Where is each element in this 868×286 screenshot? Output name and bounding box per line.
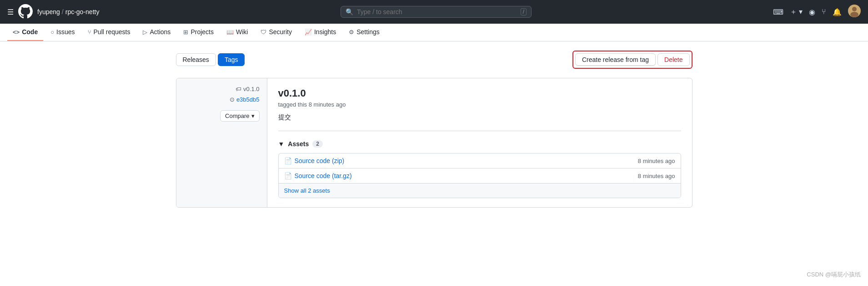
release-description: 提交	[278, 113, 681, 131]
source-zip-time: 8 minutes ago	[638, 158, 675, 164]
terminal-icon[interactable]: ⌨	[773, 8, 783, 16]
source-zip-label: Source code (zip)	[295, 157, 345, 164]
github-logo	[18, 4, 33, 20]
assets-count-badge: 2	[312, 140, 323, 148]
create-release-button[interactable]: Create release from tag	[575, 53, 656, 66]
table-row: 📄 Source code (zip) 8 minutes ago	[279, 153, 681, 169]
tab-releases[interactable]: Releases	[176, 53, 216, 66]
source-zip-link[interactable]: 📄 Source code (zip)	[284, 157, 345, 164]
topbar-search-area: 🔍 /	[105, 6, 767, 18]
commit-label-row: ⊙ e3b5db5	[184, 96, 260, 103]
nav-code[interactable]: <> Code	[7, 24, 43, 41]
svg-point-1	[850, 12, 858, 17]
wiki-icon: 📖	[226, 29, 234, 36]
release-meta: tagged this 8 minutes ago	[278, 101, 681, 108]
zip-icon: 📄	[284, 157, 292, 164]
release-sidebar: 🏷 v0.1.0 ⊙ e3b5db5 Compare ▾	[176, 78, 267, 207]
settings-icon: ⚙	[349, 29, 354, 36]
main-content: Releases Tags Create release from tag De…	[161, 41, 707, 217]
topbar-left: ☰ fyupeng / rpc-go-netty	[7, 4, 99, 20]
targz-icon: 📄	[284, 172, 292, 179]
slash-icon: /	[521, 8, 527, 15]
compare-button[interactable]: Compare ▾	[220, 110, 259, 122]
create-release-highlighted-border: Create release from tag Delete	[572, 51, 692, 69]
tag-label-row: 🏷 v0.1.0	[184, 86, 260, 92]
show-all-assets-link[interactable]: Show all 2 assets	[279, 184, 681, 198]
release-area: 🏷 v0.1.0 ⊙ e3b5db5 Compare ▾ v0.1.0 tagg…	[176, 78, 692, 208]
tag-value: v0.1.0	[243, 86, 259, 92]
code-icon: <>	[13, 29, 20, 36]
topbar: ☰ fyupeng / rpc-go-netty 🔍 / ⌨ ＋ ▾ ◉ ⑂ 🔔	[0, 0, 868, 24]
search-icon: 🔍	[346, 8, 353, 15]
search-box[interactable]: 🔍 /	[341, 6, 532, 18]
commit-icon: ⊙	[230, 96, 235, 103]
repo-user-link[interactable]: fyupeng	[37, 8, 60, 15]
assets-label: Assets	[288, 140, 309, 148]
nav-projects[interactable]: ⊞ Projects	[178, 24, 219, 41]
search-input[interactable]	[357, 8, 517, 15]
nav-issues[interactable]: ○ Issues	[45, 24, 80, 41]
assets-list: 📄 Source code (zip) 8 minutes ago 📄 Sour…	[278, 153, 681, 198]
source-targz-label: Source code (tar.gz)	[295, 172, 352, 179]
security-icon: 🛡	[261, 29, 266, 36]
topbar-right: ⌨ ＋ ▾ ◉ ⑂ 🔔	[773, 5, 861, 19]
projects-icon: ⊞	[183, 29, 188, 36]
assets-toggle-icon[interactable]: ▼	[278, 140, 285, 148]
repo-name-link[interactable]: rpc-go-netty	[65, 8, 100, 15]
source-targz-link[interactable]: 📄 Source code (tar.gz)	[284, 172, 352, 179]
delete-button[interactable]: Delete	[657, 53, 689, 66]
table-row: 📄 Source code (tar.gz) 8 minutes ago	[279, 169, 681, 184]
repo-nav: <> Code ○ Issues ⑂ Pull requests ▷ Actio…	[0, 24, 868, 41]
tag-icon: 🏷	[236, 86, 241, 92]
source-targz-time: 8 minutes ago	[638, 173, 675, 179]
pr-icon: ⑂	[88, 29, 91, 36]
commit-link[interactable]: e3b5db5	[236, 96, 260, 103]
nav-wiki[interactable]: 📖 Wiki	[221, 24, 253, 41]
tabs-action-row: Releases Tags Create release from tag De…	[176, 51, 692, 69]
issues-icon: ○	[50, 29, 54, 36]
repo-separator: /	[62, 8, 64, 15]
release-title: v0.1.0	[278, 87, 681, 99]
svg-point-0	[852, 7, 857, 11]
tabs: Releases Tags	[176, 53, 245, 66]
repo-path: fyupeng / rpc-go-netty	[37, 8, 99, 15]
release-main: v0.1.0 tagged this 8 minutes ago 提交 ▼ As…	[267, 78, 692, 207]
insights-icon: 📈	[305, 29, 312, 36]
actions-icon: ▷	[143, 29, 147, 36]
plus-icon[interactable]: ＋ ▾	[790, 7, 803, 17]
tab-tags[interactable]: Tags	[218, 53, 245, 66]
fork-icon[interactable]: ⑂	[822, 8, 826, 16]
hamburger-icon[interactable]: ☰	[7, 8, 14, 16]
chevron-down-icon: ▾	[251, 112, 255, 119]
activity-icon[interactable]: ◉	[809, 8, 815, 16]
nav-actions[interactable]: ▷ Actions	[137, 24, 176, 41]
bell-icon[interactable]: 🔔	[833, 8, 842, 16]
avatar[interactable]	[848, 5, 861, 19]
compare-btn-row: Compare ▾	[184, 110, 260, 122]
nav-pull-requests[interactable]: ⑂ Pull requests	[82, 24, 136, 41]
nav-insights[interactable]: 📈 Insights	[299, 24, 341, 41]
nav-settings[interactable]: ⚙ Settings	[343, 24, 385, 41]
nav-security[interactable]: 🛡 Security	[255, 24, 297, 41]
assets-header: ▼ Assets 2	[278, 140, 681, 148]
